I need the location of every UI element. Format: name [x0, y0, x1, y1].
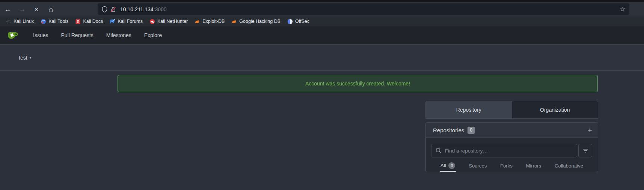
- current-username: test: [19, 55, 27, 61]
- kali-linux-icon: [6, 19, 11, 24]
- url-host: 10.10.211.134: [120, 6, 154, 12]
- repositories-panel: Repositories 0 +: [425, 122, 598, 172]
- bookmark-star-icon[interactable]: ☆: [620, 5, 626, 13]
- filter-tab-collaborative[interactable]: Collaborative: [554, 160, 584, 172]
- kali-tools-icon: [41, 19, 46, 24]
- repository-filter-tabs: All 0 Sources Forks Mirrors Collaborativ…: [426, 160, 598, 172]
- nav-item-milestones[interactable]: Milestones: [100, 26, 138, 44]
- stop-icon[interactable]: ×: [32, 4, 41, 14]
- filter-tab-all[interactable]: All 0: [440, 160, 456, 172]
- nav-item-explore[interactable]: Explore: [138, 26, 168, 44]
- nav-item-issues[interactable]: Issues: [27, 26, 54, 44]
- google-hacking-db-icon: [231, 19, 237, 24]
- url-port: :3000: [154, 6, 167, 12]
- kali-nethunter-icon: [149, 19, 155, 24]
- back-icon[interactable]: ←: [4, 4, 12, 14]
- forward-icon[interactable]: →: [18, 4, 26, 14]
- repositories-panel-body: All 0 Sources Forks Mirrors Collaborativ…: [426, 138, 598, 172]
- user-switcher-dropdown[interactable]: test ▾: [19, 55, 32, 61]
- kali-forums-icon: [110, 19, 115, 24]
- kali-docs-icon: [75, 19, 81, 24]
- repository-search-row: [431, 144, 592, 157]
- gitea-navbar: Issues Pull Requests Milestones Explore: [0, 26, 644, 45]
- add-repository-icon[interactable]: +: [588, 126, 592, 134]
- bookmark-exploit-db[interactable]: Exploit-DB: [191, 16, 228, 26]
- all-count-badge: 0: [448, 162, 455, 169]
- offsec-icon: [287, 19, 293, 24]
- repository-filter-button[interactable]: [578, 144, 592, 157]
- repositories-count-badge: 0: [468, 127, 475, 134]
- bookmark-google-hacking-db[interactable]: Google Hacking DB: [228, 16, 284, 26]
- bookmark-kali-nethunter[interactable]: Kali NetHunter: [146, 16, 191, 26]
- shield-permissions-icon[interactable]: [101, 6, 108, 13]
- search-icon: [435, 147, 442, 154]
- filter-icon: [582, 148, 588, 153]
- success-alert-message: Account was successfully created. Welcom…: [305, 81, 410, 87]
- bookmark-kali-forums[interactable]: Kali Forums: [106, 16, 146, 26]
- insecure-lock-icon[interactable]: [110, 6, 116, 13]
- repositories-panel-header: Repositories 0 +: [426, 123, 598, 138]
- dashboard-subheader: test ▾: [0, 45, 644, 71]
- filter-tab-mirrors[interactable]: Mirrors: [525, 160, 542, 172]
- bookmark-kali-docs[interactable]: Kali Docs: [72, 16, 106, 26]
- repositories-title: Repositories: [433, 127, 464, 133]
- home-icon[interactable]: ⌂: [47, 4, 55, 14]
- bookmark-kali-linux[interactable]: Kali Linux: [2, 16, 37, 26]
- exploit-db-icon: [195, 19, 200, 24]
- bookmark-kali-tools[interactable]: Kali Tools: [37, 16, 72, 26]
- tab-repository[interactable]: Repository: [426, 101, 512, 118]
- browser-toolbar: ← → × ⌂ 10.10.211.134 :3000 ☆: [0, 2, 644, 16]
- nav-item-pull-requests[interactable]: Pull Requests: [54, 26, 100, 44]
- tab-organization[interactable]: Organization: [512, 101, 598, 118]
- bookmarks-bar: Kali Linux Kali Tools Kali Docs Kali For…: [0, 16, 644, 26]
- url-bar[interactable]: 10.10.211.134 :3000 ☆: [98, 3, 629, 15]
- bookmark-offsec[interactable]: OffSec: [284, 16, 313, 26]
- gitea-logo[interactable]: [7, 30, 18, 41]
- filter-tab-forks[interactable]: Forks: [499, 160, 513, 172]
- success-alert: Account was successfully created. Welcom…: [118, 75, 598, 92]
- filter-tab-sources[interactable]: Sources: [468, 160, 487, 172]
- dashboard-switch-tabs: Repository Organization: [425, 101, 598, 119]
- chevron-down-icon: ▾: [30, 55, 32, 60]
- repository-search-input[interactable]: [431, 144, 577, 157]
- dashboard-content: Account was successfully created. Welcom…: [0, 71, 644, 190]
